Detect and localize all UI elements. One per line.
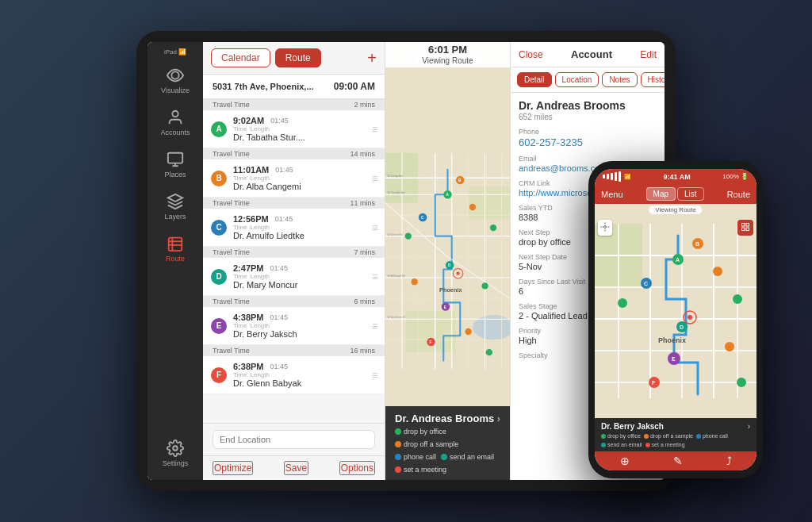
stop-handle-b: ≡: [372, 172, 378, 185]
stop-labels-c: TimeLength: [233, 224, 366, 231]
stop-marker-d: D: [211, 269, 227, 285]
map-panel: Phoenix W Dunlap Ave W Glendale Ave W Os…: [385, 42, 510, 480]
route-header: Calendar Route +: [203, 42, 385, 75]
sidebar-label-layers: Layers: [164, 213, 186, 221]
edit-button[interactable]: Edit: [640, 49, 657, 60]
iphone-statusbar: 📶 9:41 AM 100% 🔋: [595, 169, 756, 184]
stop-row-b[interactable]: B 11:01AM 01:45 TimeLength Dr. Alba Cang…: [203, 159, 385, 198]
iphone-route-button[interactable]: Route: [727, 190, 750, 199]
stop-name-a: Dr. Tabatha Stur....: [233, 132, 366, 142]
stop-length-e: 01:45: [270, 313, 289, 321]
iphone-navbar: Menu Map List Route: [595, 184, 756, 204]
svg-text:E: E: [444, 305, 446, 309]
iphone-viewing-route-label: Viewing Route: [649, 205, 702, 214]
iphone-tab-map[interactable]: Map: [646, 187, 676, 201]
stop-handle-a: ≡: [372, 123, 378, 136]
stop-row-c[interactable]: C 12:56PM 01:45 TimeLength Dr. Arnulfo L…: [203, 209, 385, 247]
save-button[interactable]: Save: [284, 461, 308, 475]
svg-text:C: C: [421, 216, 424, 220]
iphone-legend: drop by office drop off a sample phone c…: [601, 433, 750, 447]
doctor-name: Dr. Andreas Brooms: [519, 99, 657, 112]
stop-labels-a: TimeLength: [233, 125, 366, 132]
map-chevron-icon: ›: [497, 413, 500, 424]
svg-text:Phoenix: Phoenix: [439, 286, 462, 294]
iphone-share-button[interactable]: ⤴: [726, 455, 732, 467]
svg-text:A: A: [446, 193, 449, 197]
detail-header: Close Account Edit: [511, 42, 665, 67]
end-location-input[interactable]: [213, 430, 375, 449]
iphone-location-button[interactable]: [598, 220, 612, 236]
start-time: 09:00 AM: [334, 81, 375, 92]
svg-point-92: [604, 226, 607, 228]
route-list: Travel Time 2 mins A 9:02AM 01:45 TimeLe…: [203, 99, 385, 423]
travel-time-f: Travel Time 16 mins: [203, 345, 385, 356]
ipad-status: iPad 📶: [164, 48, 186, 56]
svg-text:C: C: [644, 281, 648, 286]
sidebar-item-route[interactable]: Route: [147, 228, 203, 269]
stop-time-c: 12:56PM: [233, 214, 269, 224]
map-time: 6:01 PM: [428, 44, 467, 56]
stop-handle-e: ≡: [372, 320, 378, 332]
start-location: 5031 7th Ave, Phoenix,... 09:00 AM: [203, 75, 385, 99]
value-phone[interactable]: 602-257-3235: [519, 136, 657, 148]
map-doctor-name[interactable]: Dr. Andreas Brooms ›: [395, 413, 500, 424]
iphone-add-button[interactable]: ⊕: [620, 455, 630, 467]
iphone-time: 9:41 AM: [664, 173, 691, 181]
tab-calendar[interactable]: Calendar: [211, 48, 270, 67]
tab-notes[interactable]: Notes: [602, 72, 637, 87]
map-background: Phoenix W Dunlap Ave W Glendale Ave W Os…: [385, 42, 510, 480]
travel-time-val-a: 2 mins: [354, 101, 375, 109]
tab-detail[interactable]: Detail: [517, 72, 552, 87]
svg-point-53: [490, 225, 496, 231]
iphone-grid-button[interactable]: [737, 220, 753, 236]
iphone-map: A B C D E F Phoen: [595, 204, 756, 418]
route-actions: Optimize Save Options: [203, 455, 385, 480]
sidebar-item-layers[interactable]: Layers: [147, 186, 203, 227]
signal-bar-2: [607, 174, 609, 179]
stop-row-a[interactable]: A 9:02AM 01:45 TimeLength Dr. Tabatha St…: [203, 110, 385, 148]
stop-name-b: Dr. Alba Cangemi: [233, 182, 366, 191]
stop-info-f: 6:38PM 01:45 TimeLength Dr. Glenn Babyak: [233, 362, 366, 388]
close-button[interactable]: Close: [519, 49, 543, 60]
stop-row-d[interactable]: D 2:47PM 01:45 TimeLength Dr. Mary Moncu…: [203, 258, 385, 296]
stop-row-e[interactable]: E 4:38PM 01:45 TimeLength Dr. Berry Jaks…: [203, 307, 385, 345]
stop-row-f[interactable]: F 6:38PM 01:45 TimeLength Dr. Glenn Baby…: [203, 356, 385, 394]
svg-text:B: B: [458, 178, 462, 182]
sidebar-item-visualize[interactable]: Visualize: [147, 60, 203, 101]
stop-info-e: 4:38PM 01:45 TimeLength Dr. Berry Jaksch: [233, 313, 366, 339]
stop-length-b: 01:45: [275, 166, 293, 174]
stop-time-f: 6:38PM: [233, 362, 264, 371]
svg-point-0: [171, 71, 178, 79]
iphone-battery: 100% 🔋: [722, 173, 749, 180]
legend-dot-green: [395, 428, 401, 435]
options-button[interactable]: Options: [339, 461, 375, 475]
wifi-icon: 📶: [624, 174, 631, 180]
svg-text:F: F: [652, 380, 656, 386]
optimize-button[interactable]: Optimize: [213, 461, 253, 475]
iphone-map-svg: A B C D E F Phoen: [595, 204, 756, 418]
map-legend: drop by office drop off a sample phone c…: [395, 428, 500, 474]
tab-route[interactable]: Route: [275, 48, 321, 67]
iphone-doctor-name[interactable]: Dr. Berry Jaksch ›: [601, 422, 750, 431]
map-viewing-route: Viewing Route: [414, 56, 481, 66]
sidebar-item-accounts[interactable]: Accounts: [147, 102, 203, 143]
add-stop-button[interactable]: +: [367, 49, 377, 67]
iphone-menu-button[interactable]: Menu: [601, 190, 623, 199]
svg-rect-96: [746, 228, 749, 231]
stop-name-e: Dr. Berry Jaksch: [233, 329, 366, 339]
stop-info-c: 12:56PM 01:45 TimeLength Dr. Arnulfo Lie…: [233, 214, 366, 240]
iphone-tab-list[interactable]: List: [677, 187, 704, 201]
stop-labels-f: TimeLength: [233, 371, 366, 378]
svg-point-52: [469, 204, 476, 210]
iphone-dot-red: [645, 443, 650, 447]
legend-send-email: send an email: [441, 453, 494, 461]
iphone-dot-orange: [644, 434, 649, 439]
sidebar-item-places[interactable]: Places: [147, 144, 203, 185]
iphone-legend-meeting: set a meeting: [645, 442, 685, 447]
iphone-edit-button[interactable]: ✎: [673, 455, 683, 467]
legend-dot-blue: [395, 454, 401, 460]
sidebar-item-settings[interactable]: Settings: [159, 433, 192, 474]
tab-history[interactable]: History: [641, 72, 665, 87]
tab-location[interactable]: Location: [555, 72, 599, 87]
svg-rect-95: [742, 228, 745, 231]
